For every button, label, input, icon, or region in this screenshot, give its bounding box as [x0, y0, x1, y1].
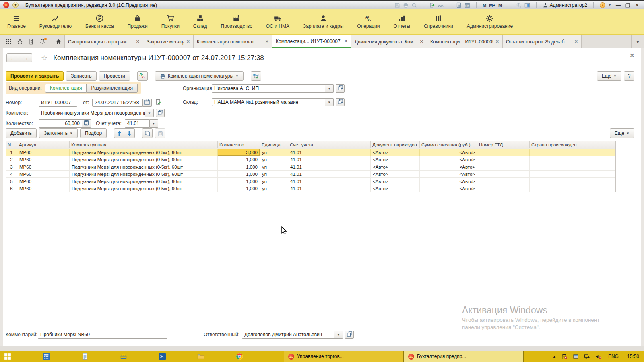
cell-sku[interactable]: МР60: [17, 156, 70, 163]
cell-writeoff[interactable]: <Авто>: [420, 163, 477, 170]
cell-blank[interactable]: [580, 163, 615, 170]
onec-logo-icon[interactable]: 1С: [3, 2, 9, 8]
cell-unit[interactable]: уп: [260, 178, 288, 185]
table-row[interactable]: 6МР60Подгузники Mepsi для новорожденных …: [6, 185, 615, 192]
cell-qty[interactable]: 3,000: [218, 149, 260, 156]
close-form-button[interactable]: ✕: [630, 52, 634, 59]
cell-country[interactable]: [530, 156, 580, 163]
cell-unit[interactable]: уп: [260, 185, 288, 192]
structure-button[interactable]: [251, 71, 261, 81]
tab-close-icon[interactable]: ✕: [344, 39, 348, 44]
print-icon[interactable]: [403, 2, 409, 8]
table-row[interactable]: 5МР60Подгузники Mepsi для новорожденных …: [6, 177, 615, 185]
chrome-icon[interactable]: [236, 353, 243, 360]
current-user[interactable]: Администратор2: [543, 2, 587, 8]
start-icon[interactable]: [4, 353, 11, 360]
cell-n[interactable]: 4: [6, 171, 17, 177]
kit-open-button[interactable]: [156, 109, 165, 117]
tab-3[interactable]: Комплектация номенклат...✕: [194, 35, 272, 48]
column-header[interactable]: Счет учета: [288, 141, 371, 148]
cell-doc_in[interactable]: <Авто>: [371, 149, 420, 156]
paste-rows-button[interactable]: [155, 128, 165, 138]
cell-doc_in[interactable]: <Авто>: [371, 185, 420, 192]
tab-5[interactable]: Движения документа: Ком...✕: [351, 35, 427, 48]
column-header[interactable]: Комплектующая: [70, 141, 218, 148]
cell-country[interactable]: [530, 178, 580, 185]
kit-dropdown-button[interactable]: ▼: [145, 109, 154, 117]
close-window-button[interactable]: ✕: [634, 2, 641, 8]
network-icon[interactable]: [584, 354, 590, 360]
cell-sku[interactable]: МР60: [17, 163, 70, 170]
date-input[interactable]: 24.07.2017 15:27:38: [92, 99, 143, 107]
table-row[interactable]: 3МР60Подгузники Mepsi для новорожденных …: [6, 163, 615, 170]
favorites-icon[interactable]: [17, 39, 23, 45]
responsible-dropdown-button[interactable]: ▼: [334, 331, 343, 339]
cell-account[interactable]: 41.01: [288, 171, 371, 177]
cell-qty[interactable]: 1,000: [218, 185, 260, 192]
tab-6[interactable]: Комплектаци... И1УТ-000005✕: [427, 35, 503, 48]
ribbon-item-truck[interactable]: ОС и НМА: [266, 14, 289, 29]
cell-country[interactable]: [530, 149, 580, 156]
responsible-input[interactable]: Долгополов Дмитрий Анатольевич: [242, 331, 334, 339]
cell-sku[interactable]: МР60: [17, 185, 70, 192]
clock[interactable]: 15:50: [627, 354, 639, 359]
cell-account[interactable]: 41.01: [288, 178, 371, 185]
print-document-button[interactable]: Комплектация номенклатуры ▼: [155, 71, 244, 81]
print-preview-icon[interactable]: [411, 2, 417, 8]
get-link-icon[interactable]: [438, 2, 444, 8]
memory-plus-button[interactable]: M+: [489, 3, 495, 8]
split-view-icon[interactable]: [524, 2, 530, 8]
cell-country[interactable]: [530, 185, 580, 192]
column-header[interactable]: Количество: [218, 141, 260, 148]
ribbon-item-cart[interactable]: Покупки: [161, 14, 180, 29]
cell-writeoff[interactable]: <Авто>: [420, 178, 477, 185]
tray-expand-icon[interactable]: ▲: [553, 354, 556, 358]
cell-sku[interactable]: МР60: [17, 171, 70, 177]
ribbon-item-trend[interactable]: Руководителю: [39, 14, 72, 29]
cell-qty[interactable]: 1,000: [218, 178, 260, 185]
cell-blank[interactable]: [580, 149, 615, 156]
cell-qty[interactable]: 1,000: [218, 171, 260, 177]
back-button[interactable]: ←: [6, 53, 19, 62]
warehouse-open-button[interactable]: [336, 98, 345, 106]
cell-name[interactable]: Подгузники Mepsi для новорожденных (0-5к…: [70, 185, 218, 192]
tab-2[interactable]: Закрытие месяца✕: [143, 35, 194, 48]
edit-check-icon[interactable]: [154, 99, 163, 107]
language-indicator[interactable]: ENG: [608, 354, 619, 359]
cell-name[interactable]: Подгузники Mepsi для новорожденных (0-5к…: [70, 171, 218, 177]
cell-n[interactable]: 6: [6, 185, 17, 192]
cell-gtd[interactable]: [477, 156, 530, 163]
qty-calculator-button[interactable]: [82, 119, 91, 128]
volume-muted-icon[interactable]: [595, 354, 601, 360]
cell-doc_in[interactable]: <Авто>: [371, 163, 420, 170]
favorite-star-icon[interactable]: ☆: [41, 53, 47, 62]
cell-blank[interactable]: [580, 171, 615, 177]
table-more-button[interactable]: Еще▼: [610, 128, 634, 138]
cell-country[interactable]: [530, 171, 580, 177]
operation-option-razukomplektacia[interactable]: Разукомплектация: [87, 84, 138, 93]
move-down-button[interactable]: [124, 128, 135, 138]
operation-option-komplektacia[interactable]: Комплектация: [45, 84, 87, 93]
powershell-icon[interactable]: [159, 353, 166, 360]
ribbon-item-person[interactable]: Зарплата и кадры: [303, 14, 343, 29]
apps-menu-icon[interactable]: [6, 39, 12, 45]
cell-doc_in[interactable]: <Авто>: [371, 156, 420, 163]
cell-name[interactable]: Подгузники Mepsi для новорожденных (0-5к…: [70, 149, 218, 156]
calendar-icon[interactable]: 31: [464, 2, 470, 8]
cell-writeoff[interactable]: <Авто>: [420, 156, 477, 163]
number-input[interactable]: И1УТ-000007: [39, 99, 77, 107]
column-header[interactable]: Артикул: [17, 141, 70, 148]
cell-gtd[interactable]: [477, 185, 530, 192]
ribbon-item-bag[interactable]: Продажи: [128, 14, 148, 29]
kit-input[interactable]: Пробники-подгузники Mepsi для новорожден…: [39, 109, 145, 117]
cell-n[interactable]: 2: [6, 156, 17, 163]
cell-account[interactable]: 41.01: [288, 185, 371, 192]
cell-n[interactable]: 1: [6, 149, 17, 156]
ribbon-item-boxes[interactable]: Склад: [193, 14, 207, 29]
move-up-button[interactable]: [114, 128, 124, 138]
restore-button[interactable]: [625, 2, 631, 8]
ribbon-item-ruble[interactable]: Банк и касса: [85, 14, 114, 29]
more-button[interactable]: Еще▼: [597, 71, 621, 81]
memory-button[interactable]: M: [483, 3, 486, 8]
cell-blank[interactable]: [580, 156, 615, 163]
